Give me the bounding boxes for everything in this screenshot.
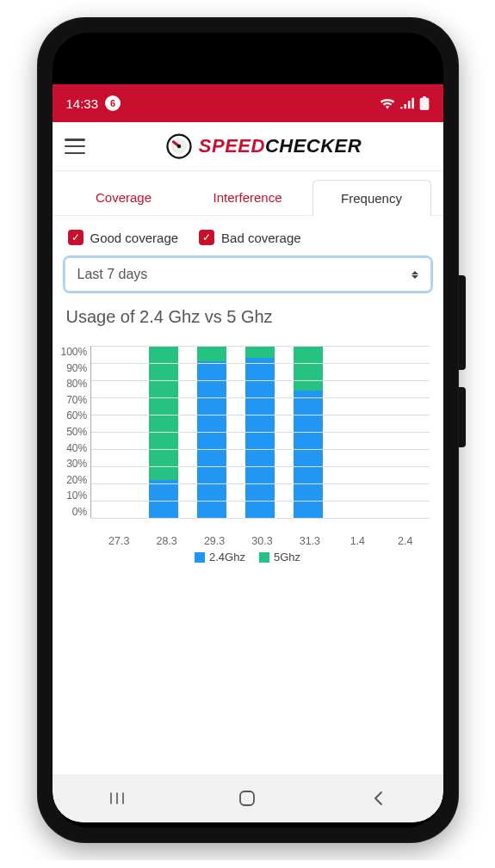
status-notification-badge: 6 [105, 95, 121, 111]
time-range-value: Last 7 days [77, 267, 148, 282]
select-caret-icon [411, 271, 418, 279]
app-header: SPEEDCHECKER [53, 122, 443, 170]
gridline [91, 346, 429, 347]
svg-rect-4 [240, 791, 254, 805]
check-icon: ✓ [199, 230, 214, 245]
chart-plot-area [90, 346, 429, 518]
home-icon [238, 789, 257, 808]
y-tick: 20% [61, 474, 88, 486]
bar-segment-24ghz [197, 361, 226, 518]
y-tick: 40% [61, 442, 88, 454]
bar-segment-24ghz [149, 480, 178, 518]
chart-x-axis: 27.328.329.330.331.31.42.4 [59, 530, 436, 547]
gridline [91, 501, 429, 502]
x-tick: 1.4 [334, 530, 381, 547]
status-time: 14:33 [66, 96, 99, 111]
phone-frame: 14:33 6 [37, 17, 459, 843]
checkbox-bad-coverage[interactable]: ✓ Bad coverage [199, 230, 301, 245]
legend-label-24ghz: 2.4Ghz [209, 551, 245, 563]
y-tick: 10% [61, 489, 88, 502]
tab-interference[interactable]: Interference [189, 179, 307, 215]
bar-segment-24ghz [245, 358, 275, 518]
tab-frequency[interactable]: Frequency [312, 180, 431, 216]
brand-word-1: SPEED [199, 135, 265, 157]
gauge-icon [166, 133, 192, 159]
chart-frequency-usage: 100%90%80%70%60%50%40%30%20%10%0% 27.328… [53, 332, 443, 572]
chart-legend: 2.4Ghz 5Ghz [59, 547, 436, 572]
gridline [91, 415, 429, 416]
status-bar: 14:33 6 [53, 84, 443, 122]
screen: 14:33 6 [53, 84, 443, 822]
gridline [91, 397, 429, 398]
legend-label-5ghz: 5Ghz [274, 551, 300, 563]
nav-back-button[interactable] [361, 781, 395, 816]
y-tick: 0% [61, 506, 88, 518]
nav-home-button[interactable] [230, 781, 264, 816]
x-tick: 2.4 [381, 530, 429, 547]
y-tick: 30% [61, 458, 88, 470]
y-tick: 50% [61, 426, 88, 438]
legend-swatch-24ghz [195, 552, 205, 563]
filter-row: ✓ Good coverage ✓ Bad coverage [53, 216, 443, 252]
bar-segment-5ghz [149, 346, 178, 480]
brand-word-2: CHECKER [265, 135, 362, 157]
gridline [91, 483, 429, 484]
wifi-icon [380, 97, 395, 109]
bar-segment-5ghz [294, 346, 323, 391]
gridline [91, 466, 429, 467]
checkbox-good-coverage[interactable]: ✓ Good coverage [68, 230, 179, 245]
x-tick: 29.3 [190, 530, 238, 547]
time-range-select[interactable]: Last 7 days [65, 257, 431, 292]
gridline [91, 449, 429, 450]
bar-segment-24ghz [294, 391, 323, 518]
gridline [91, 363, 429, 364]
nav-recents-button[interactable] [100, 781, 134, 816]
signal-icon [400, 97, 414, 109]
brand-logo: SPEEDCHECKER [97, 133, 431, 159]
gridline [91, 518, 429, 519]
menu-button[interactable] [65, 139, 85, 154]
gridline [91, 432, 429, 433]
x-tick: 30.3 [238, 530, 286, 547]
legend-item-5ghz: 5Ghz [259, 551, 300, 563]
svg-point-3 [177, 145, 182, 149]
legend-item-24ghz: 2.4Ghz [195, 551, 245, 563]
checkbox-good-label: Good coverage [90, 231, 179, 245]
y-tick: 70% [61, 394, 88, 406]
bar-segment-5ghz [245, 346, 275, 358]
x-tick: 28.3 [143, 530, 190, 547]
tab-coverage[interactable]: Coverage [65, 179, 183, 215]
y-tick: 100% [61, 346, 88, 358]
legend-swatch-5ghz [259, 552, 269, 563]
check-icon: ✓ [68, 230, 84, 245]
y-tick: 90% [61, 362, 88, 374]
bar-segment-5ghz [197, 346, 226, 361]
checkbox-bad-label: Bad coverage [221, 231, 301, 245]
android-nav-bar [53, 774, 443, 822]
chart-title: Usage of 2.4 Ghz vs 5 Ghz [53, 297, 443, 332]
battery-icon [419, 96, 430, 110]
gridline [91, 380, 429, 381]
y-tick: 80% [61, 378, 88, 390]
x-tick: 27.3 [96, 530, 143, 547]
back-icon [372, 791, 384, 806]
bezel: 14:33 6 [53, 33, 443, 828]
y-tick: 60% [61, 409, 88, 422]
recents-icon [108, 791, 126, 805]
x-tick: 31.3 [286, 530, 333, 547]
tab-bar: Coverage Interference Frequency [53, 171, 443, 216]
chart-y-axis: 100%90%80%70%60%50%40%30%20%10%0% [61, 346, 91, 518]
svg-rect-0 [421, 101, 427, 108]
